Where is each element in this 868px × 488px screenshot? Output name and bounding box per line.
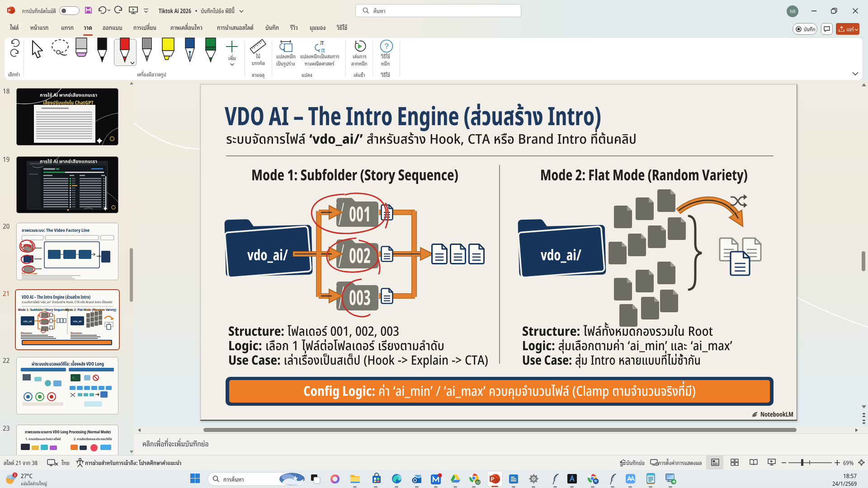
svg-text:Mode 2: Flat Mode (Random Vari: Mode 2: Flat Mode (Random Variety) — [66, 308, 116, 312]
svg-text:Key Message: Key Message — [22, 272, 38, 275]
svg-text:Structure:: Structure: — [71, 332, 82, 334]
svg-text:>_: >_ — [72, 376, 76, 380]
svg-text:1: 1 — [14, 473, 16, 477]
svg-text:P: P — [491, 476, 494, 482]
svg-text:SJ: SJ — [476, 481, 480, 484]
svg-text:vdo_ai/: vdo_ai/ — [73, 320, 82, 323]
svg-text:vdo_ai/: vdo_ai/ — [23, 320, 32, 323]
svg-text:Mode 1: Subfolder (Story Seque: Mode 1: Subfolder (Story Sequence) — [18, 308, 69, 312]
svg-text:Structure:: Structure: — [21, 332, 33, 334]
